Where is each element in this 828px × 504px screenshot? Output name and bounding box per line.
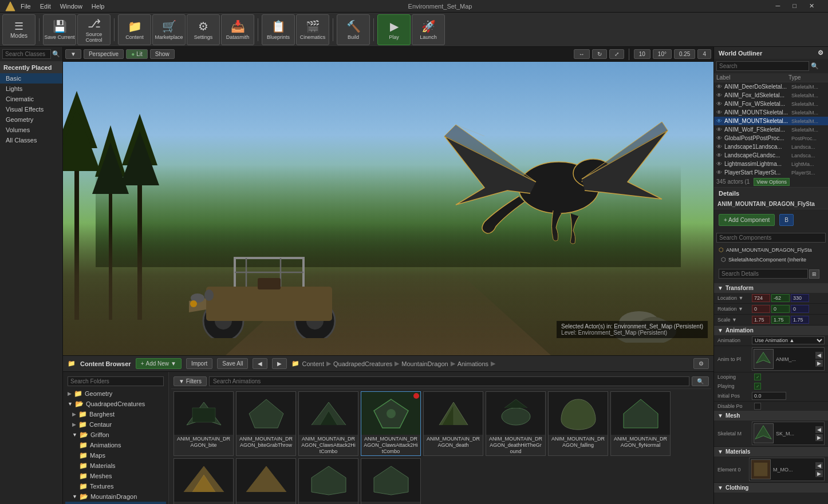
path-content[interactable]: Content (302, 360, 324, 367)
scale-x-input[interactable] (752, 316, 770, 324)
clothing-section[interactable]: ▼ Clothing (714, 483, 828, 493)
menu-window[interactable]: Window (60, 3, 82, 10)
outliner-item[interactable]: 👁 ANIM_Fox_IdSkeletal... SkeletalM... (714, 91, 828, 100)
save-all-button[interactable]: Save All (217, 358, 248, 369)
anim-nav-next[interactable]: ▶ (815, 360, 823, 367)
perspective-btn[interactable]: Perspective (84, 49, 124, 59)
content-button[interactable]: 📁 Content (118, 14, 151, 45)
asset-item[interactable]: ANIM_MOUNTAIN_DRAGON_falling (548, 391, 608, 456)
asset-search-input[interactable] (209, 376, 689, 386)
asset-item[interactable]: ANIM_MOUNTAIN_DRAGON_FlyStationaryFireFa… (361, 458, 421, 504)
asset-item[interactable]: ANIM_MOUNTAIN_DRAGON_flyNormalToFall (236, 458, 296, 504)
transform-section[interactable]: ▼ Transform (714, 283, 828, 293)
scale-y-input[interactable] (771, 316, 790, 324)
rotation-z-input[interactable] (791, 305, 809, 313)
settings-button[interactable]: ⚙ Settings (187, 14, 220, 45)
nav-back-button[interactable]: ◀ (253, 358, 267, 369)
angle-snap-btn[interactable]: 10° (653, 49, 672, 59)
blueprints-button[interactable]: 📋 Blueprints (262, 14, 295, 45)
folder-geometry[interactable]: ▶ 📁 Geometry (65, 388, 166, 399)
animation-section[interactable]: ▼ Animation (714, 326, 828, 335)
outliner-options-icon[interactable]: ⚙ (818, 49, 823, 57)
outliner-item[interactable]: 👁 ANIM_Wolf_FSkeletal... SkeletalM... (714, 125, 828, 134)
add-component-button[interactable]: + Add Component (719, 214, 775, 226)
disable-pos-checkbox[interactable]: ✓ (754, 403, 761, 410)
asset-item[interactable]: ANIM_MOUNTAIN_DRAGON_ClawsAttack2HitComb… (361, 391, 421, 456)
menu-help[interactable]: Help (92, 3, 105, 10)
viewport-options-btn[interactable]: ▼ (65, 49, 81, 59)
folder-quadraped[interactable]: ▼ 📂 QuadrapedCreatures (65, 399, 166, 409)
nav-forward-button[interactable]: ▶ (272, 358, 287, 369)
folder-griffon-maps[interactable]: 📁 Maps (65, 450, 166, 461)
left-lights[interactable]: Lights (0, 84, 62, 94)
rotation-x-input[interactable] (752, 305, 770, 313)
details-grid-view-btn[interactable]: ⊞ (809, 269, 819, 279)
path-quadraped[interactable]: QuadrapedCreatures (333, 360, 392, 367)
left-visual-effects[interactable]: Visual Effects (0, 104, 62, 114)
asset-item[interactable]: ANIM_MOUNTAIN_DRAGON_flyNormal (610, 391, 671, 456)
folder-griffon-materials[interactable]: 📁 Materials (65, 461, 166, 471)
folder-barghest[interactable]: ▶ 📁 Barghest (65, 409, 166, 419)
component-skeletal[interactable]: ⬡ SkeletalMeshComponent (Inherite (714, 255, 828, 264)
path-mountain-dragon[interactable]: MountainDragon (401, 360, 448, 367)
marketplace-button[interactable]: 🛒 Marketplace (152, 14, 186, 45)
path-animations[interactable]: Animations (458, 360, 488, 367)
folder-search-input[interactable] (68, 376, 164, 386)
location-z-input[interactable] (791, 294, 809, 302)
close-btn[interactable]: ✕ (809, 2, 814, 10)
transform-rotate-btn[interactable]: ↻ (592, 49, 607, 59)
mesh-nav-next[interactable]: ▶ (815, 434, 823, 441)
transform-scale-btn[interactable]: ⤢ (609, 49, 624, 59)
view-options-button[interactable]: View Options (754, 178, 790, 186)
folder-griffon-animations[interactable]: 📁 Animations (65, 440, 166, 450)
add-new-button[interactable]: + Add New ▼ (136, 358, 182, 369)
import-button[interactable]: Import (186, 358, 212, 369)
outliner-item[interactable]: 👁 ANIM_MOUNTSkeletal... SkeletalM... (714, 117, 828, 125)
minimize-btn[interactable]: ─ (776, 2, 780, 10)
outliner-item[interactable]: 👁 Landscape1Landsca... Landsca... (714, 142, 828, 151)
mesh-nav-prev[interactable]: ◀ (815, 426, 823, 433)
outliner-item[interactable]: 👁 ANIM_DeerDoSkeletal... SkeletalM... (714, 82, 828, 91)
folder-centaur[interactable]: ▶ 📁 Centaur (65, 419, 166, 430)
camera-speed-btn[interactable]: 4 (697, 49, 711, 59)
looping-checkbox[interactable]: ✓ (754, 374, 761, 380)
search-button[interactable]: 🔍 (692, 376, 709, 386)
left-all-classes[interactable]: All Classes (0, 135, 62, 145)
viewport[interactable]: Selected Actor(s) in: Environment_Set_Ma… (63, 62, 713, 355)
search-classes-input[interactable] (2, 49, 51, 59)
outliner-item[interactable]: 👁 PlayerStart PlayerSt... PlayerSt... (714, 168, 828, 177)
components-search-input[interactable] (716, 233, 826, 243)
outliner-search-input[interactable] (716, 61, 809, 71)
materials-section[interactable]: ▼ Materials (714, 447, 828, 457)
anim-nav-prev[interactable]: ◀ (815, 352, 823, 359)
lit-btn[interactable]: ● Lit (126, 49, 148, 59)
launch-button[interactable]: 🚀 Launch (412, 14, 445, 45)
asset-item[interactable]: ANIM_MOUNTAIN_DRAGON_FlyStationaryFall (298, 458, 358, 504)
asset-item[interactable]: ANIM_MOUNTAIN_DRAGON_flyNormalToHit (174, 458, 234, 504)
folder-griffon[interactable]: ▼ 📂 Griffon (65, 430, 166, 440)
initial-pos-input[interactable] (752, 392, 786, 400)
asset-item[interactable]: ANIM_MOUNTAIN_DRAGON_death (423, 391, 483, 456)
build-button[interactable]: 🔨 Build (337, 14, 370, 45)
asset-item[interactable]: ANIM_MOUNTAIN_DRAGON_ClawsAttack2HitComb… (298, 391, 358, 456)
asset-item[interactable]: ANIM_MOUNTAIN_DRAGON_deathHitTheGround (486, 391, 546, 456)
left-basic[interactable]: Basic (0, 73, 62, 84)
rotation-y-input[interactable] (771, 305, 790, 313)
folder-animations[interactable]: 📂 Animations (65, 502, 166, 504)
menu-edit[interactable]: Edit (40, 3, 51, 10)
left-geometry[interactable]: Geometry (0, 114, 62, 125)
playing-checkbox[interactable]: ✓ (754, 383, 761, 390)
component-root[interactable]: ⬡ ANIM_MOUNTAIN_DRAGON_FlyStа (714, 245, 828, 255)
left-cinematic[interactable]: Cinematic (0, 94, 62, 104)
folder-mountaindragon[interactable]: ▼ 📂 MountainDragon (65, 491, 166, 502)
material-nav-prev[interactable]: ◀ (815, 462, 823, 469)
scale-snap-btn[interactable]: 0.25 (674, 49, 695, 59)
window-controls[interactable]: ─ □ ✕ (776, 2, 823, 10)
show-btn[interactable]: Show (150, 49, 175, 59)
recently-placed-header[interactable]: Recently Placed (0, 62, 62, 73)
transform-move-btn[interactable]: ↔ (574, 49, 590, 59)
details-search-input[interactable] (719, 269, 808, 279)
play-button[interactable]: ▶ Play (377, 14, 411, 45)
asset-item[interactable]: ANIM_MOUNTAIN_DRAGON_bite (174, 391, 234, 456)
mesh-section[interactable]: ▼ Mesh (714, 411, 828, 420)
